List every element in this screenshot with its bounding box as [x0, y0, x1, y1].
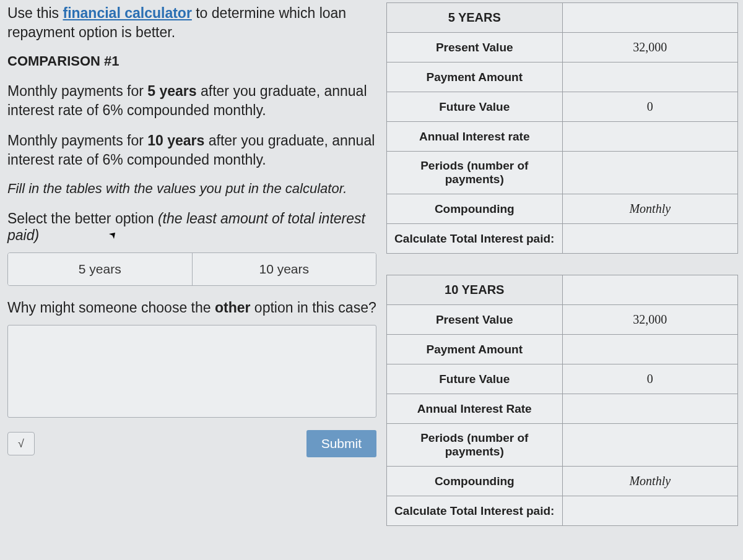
table10-row-label: Payment Amount	[387, 335, 563, 364]
option-10-years[interactable]: 10 years	[193, 253, 376, 285]
table5-row-value[interactable]: Monthly	[562, 194, 738, 224]
table-5-years: 5 YEARS Present Value32,000 Payment Amou…	[386, 2, 738, 254]
table5-row-label: Present Value	[387, 33, 563, 62]
why-prompt: Why might someone choose the other optio…	[7, 298, 376, 317]
table5-row-value[interactable]: 0	[562, 92, 738, 122]
table5-row-label: Calculate Total Interest paid:	[387, 224, 563, 254]
table5-row-label: Compounding	[387, 194, 563, 224]
table5-row-label: Periods (number of payments)	[387, 152, 563, 194]
paragraph-5-years: Monthly payments for 5 years after you g…	[7, 82, 376, 120]
table10-row-value[interactable]: 32,000	[562, 305, 738, 335]
table5-header-value[interactable]	[562, 3, 738, 33]
table5-row-value[interactable]	[562, 62, 738, 92]
why-b: other	[215, 299, 251, 316]
why-a: Why might someone choose the	[7, 299, 215, 316]
select-better-option-prompt: Select the better option (the least amou…	[7, 210, 376, 244]
table10-row-value[interactable]	[562, 394, 738, 424]
table5-row-label: Future Value	[387, 92, 563, 122]
table10-header-value[interactable]	[562, 275, 738, 305]
option-button-group: 5 years 10 years	[7, 252, 376, 286]
sqrt-icon: √	[18, 437, 24, 450]
table10-row-value[interactable]	[562, 424, 738, 467]
para1-prefix: Monthly payments for	[7, 83, 147, 99]
table10-row-value[interactable]	[562, 335, 738, 364]
table10-row-value[interactable]	[562, 496, 738, 526]
comparison-title: COMPARISON #1	[7, 53, 376, 69]
table5-row-value[interactable]	[562, 224, 738, 254]
paragraph-10-years: Monthly payments for 10 years after you …	[7, 131, 376, 170]
table-10-years: 10 YEARS Present Value32,000 Payment Amo…	[386, 275, 738, 526]
submit-button[interactable]: Submit	[306, 430, 376, 457]
para2-prefix: Monthly payments for	[7, 132, 147, 149]
intro-text: Use this financial calculator to determi…	[7, 4, 376, 42]
table5-row-value[interactable]	[562, 152, 738, 194]
table10-row-label: Future Value	[387, 364, 563, 394]
financial-calculator-link[interactable]: financial calculator	[63, 5, 191, 21]
select-prompt-a: Select the better option	[7, 210, 158, 226]
why-c: option in this case?	[250, 299, 376, 316]
table10-row-label: Present Value	[387, 305, 563, 335]
table10-row-label: Compounding	[387, 467, 563, 496]
fill-instruction: Fill in the tables with the values you p…	[7, 181, 376, 197]
table10-row-label: Calculate Total Interest paid:	[387, 496, 563, 526]
math-tools-button[interactable]: √	[7, 432, 35, 455]
table10-header: 10 YEARS	[387, 275, 563, 305]
table10-row-label: Annual Interest Rate	[387, 394, 563, 424]
intro-prefix: Use this	[7, 5, 63, 21]
table10-row-value[interactable]: 0	[562, 364, 738, 394]
para2-bold: 10 years	[147, 132, 204, 149]
table5-row-label: Annual Interest rate	[387, 122, 563, 152]
table5-row-value[interactable]: 32,000	[562, 33, 738, 62]
table10-row-value[interactable]: Monthly	[562, 467, 738, 496]
para1-bold: 5 years	[147, 83, 196, 99]
table5-header: 5 YEARS	[387, 3, 563, 33]
answer-textarea[interactable]	[7, 325, 376, 418]
table10-row-label: Periods (number of payments)	[387, 424, 563, 467]
option-5-years[interactable]: 5 years	[8, 253, 193, 285]
table5-row-value[interactable]	[562, 122, 738, 152]
table5-row-label: Payment Amount	[387, 62, 563, 92]
